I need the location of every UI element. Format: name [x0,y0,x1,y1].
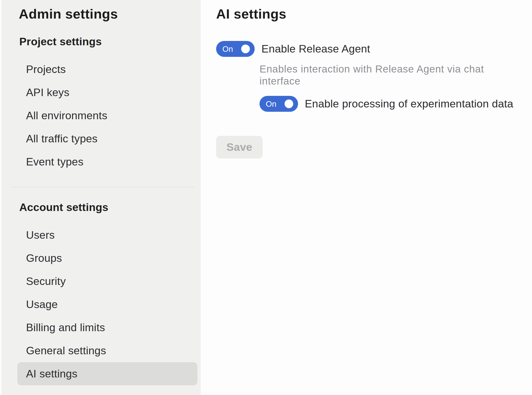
sidebar-divider [11,187,194,187]
sidebar-item-general-settings[interactable]: General settings [17,339,197,362]
sidebar-item-event-types[interactable]: Event types [17,150,197,173]
sidebar-item-ai-settings[interactable]: AI settings [17,362,197,385]
experimentation-data-toggle[interactable]: On [259,96,298,112]
admin-settings-sidebar: Admin settings Project settings Projects… [1,0,201,395]
ai-settings-panel: AI settings On Enable Release Agent Enab… [201,0,532,395]
release-agent-label: Enable Release Agent [261,43,370,55]
release-agent-description: Enables interaction with Release Agent v… [259,63,522,87]
experimentation-data-label: Enable processing of experimentation dat… [305,98,513,110]
sidebar-item-all-traffic-types[interactable]: All traffic types [17,127,197,150]
project-settings-nav: Projects API keys All environments All t… [17,58,197,173]
release-agent-row: On Enable Release Agent [216,41,522,57]
page-title: AI settings [216,6,522,22]
sidebar-item-projects[interactable]: Projects [17,58,197,81]
toggle-knob-icon [241,45,250,53]
sidebar-item-api-keys[interactable]: API keys [17,81,197,104]
experimentation-data-row: On Enable processing of experimentation … [259,96,522,112]
section-header-account-settings: Account settings [19,201,197,214]
sidebar-item-users[interactable]: Users [17,224,197,247]
sidebar-item-security[interactable]: Security [17,270,197,293]
sidebar-item-groups[interactable]: Groups [17,247,197,270]
account-settings-nav: Users Groups Security Usage Billing and … [17,224,197,385]
toggle-state-label: On [222,45,233,53]
toggle-knob-icon [285,99,293,108]
sidebar-item-usage[interactable]: Usage [17,293,197,316]
save-button[interactable]: Save [216,136,263,158]
sidebar-item-all-environments[interactable]: All environments [17,104,197,127]
sidebar-item-billing-and-limits[interactable]: Billing and limits [17,316,197,339]
release-agent-toggle[interactable]: On [216,41,255,57]
section-header-project-settings: Project settings [19,35,197,48]
sidebar-title: Admin settings [19,6,197,22]
toggle-state-label: On [266,100,276,108]
